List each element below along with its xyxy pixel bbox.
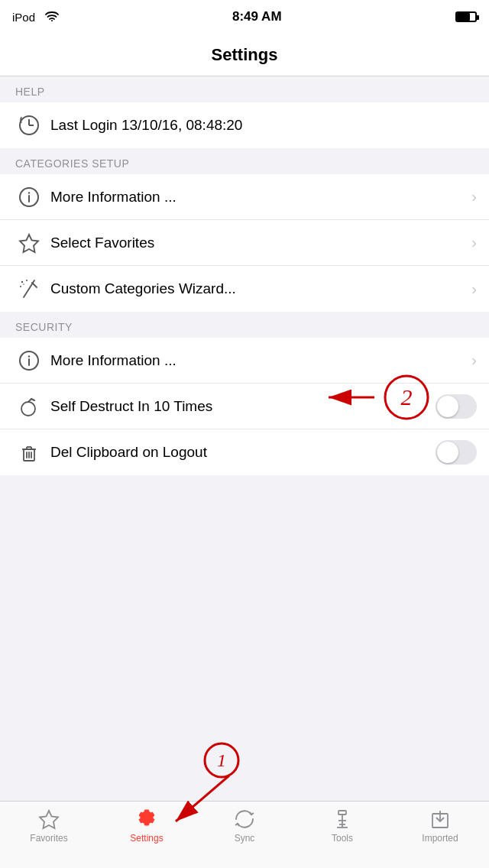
- chevron-icon: ›: [471, 351, 477, 369]
- svg-rect-37: [338, 811, 346, 815]
- svg-point-11: [26, 280, 28, 281]
- custom-categories-label: Custom Categories Wizard...: [46, 280, 465, 297]
- status-time: 8:49 AM: [232, 9, 282, 24]
- sync-tab-label: Sync: [235, 833, 255, 844]
- settings-tab-icon: [135, 808, 158, 831]
- custom-categories-item[interactable]: Custom Categories Wizard... ›: [0, 266, 489, 312]
- star-outline-icon: [12, 226, 46, 260]
- status-bar: iPod 8:49 AM: [0, 0, 489, 34]
- more-info-security-item[interactable]: More Information ... ›: [0, 338, 489, 384]
- self-destruct-label: Self Destruct In 10 Times: [46, 398, 429, 415]
- tab-favorites[interactable]: Favorites: [0, 808, 98, 844]
- del-clipboard-item[interactable]: Del Clipboard on Logout: [0, 429, 489, 475]
- svg-point-10: [21, 281, 23, 283]
- nav-title-bar: Settings: [0, 34, 489, 76]
- svg-marker-7: [20, 235, 38, 252]
- device-label: iPod: [12, 11, 59, 24]
- imported-tab-icon: [429, 808, 452, 831]
- info-circle-icon-2: [12, 344, 46, 377]
- select-favorites-item[interactable]: Select Favorites ›: [0, 220, 489, 266]
- chevron-icon: ›: [471, 234, 477, 251]
- last-login-item[interactable]: Last Login 13/10/16, 08:48:20: [0, 102, 489, 148]
- tab-sync[interactable]: Sync: [196, 808, 293, 844]
- tab-bar: Favorites Settings Sync: [0, 801, 489, 868]
- self-destruct-item[interactable]: Self Destruct In 10 Times: [0, 384, 489, 429]
- tools-tab-icon: [331, 808, 354, 831]
- more-info-categories-label: More Information ...: [46, 189, 465, 206]
- svg-line-9: [32, 283, 37, 287]
- select-favorites-label: Select Favorites: [46, 235, 465, 251]
- svg-point-32: [205, 743, 238, 777]
- svg-point-12: [20, 286, 21, 287]
- clock-icon: [12, 108, 46, 142]
- svg-point-13: [23, 283, 24, 285]
- settings-tab-label: Settings: [130, 833, 163, 844]
- section-header-security: SECURITY: [0, 312, 489, 338]
- info-circle-icon: [12, 180, 46, 214]
- bomb-icon: [12, 390, 46, 423]
- more-info-categories-item[interactable]: More Information ... ›: [0, 174, 489, 220]
- imported-tab-label: Imported: [422, 833, 458, 844]
- more-info-security-label: More Information ...: [46, 352, 465, 369]
- favorites-tab-label: Favorites: [30, 833, 67, 844]
- security-section-list: More Information ... › Self Destruct In …: [0, 338, 489, 475]
- chevron-icon: ›: [471, 280, 477, 298]
- chevron-icon: ›: [471, 188, 477, 206]
- favorites-tab-icon: [37, 808, 60, 831]
- svg-point-0: [51, 20, 53, 21]
- svg-text:1: 1: [217, 750, 226, 770]
- tools-tab-label: Tools: [332, 833, 353, 844]
- page-title: Settings: [212, 45, 278, 65]
- del-clipboard-label: Del Clipboard on Logout: [46, 444, 429, 461]
- help-section-list: Last Login 13/10/16, 08:48:20: [0, 102, 489, 148]
- section-header-categories: CATEGORIES SETUP: [0, 148, 489, 174]
- svg-line-19: [31, 399, 34, 400]
- section-header-help: HELP: [0, 76, 489, 102]
- wand-icon: [12, 272, 46, 306]
- tab-imported[interactable]: Imported: [391, 808, 489, 844]
- battery-container: [455, 11, 477, 22]
- svg-point-17: [21, 402, 35, 416]
- wifi-icon: [45, 11, 59, 24]
- sync-tab-icon: [233, 808, 256, 831]
- svg-marker-36: [40, 811, 58, 828]
- tab-settings[interactable]: Settings: [98, 808, 196, 844]
- del-clipboard-toggle[interactable]: [436, 440, 477, 465]
- categories-section-list: More Information ... › Select Favorites …: [0, 174, 489, 312]
- battery-icon: [455, 11, 477, 22]
- last-login-label: Last Login 13/10/16, 08:48:20: [46, 117, 477, 134]
- svg-point-16: [28, 355, 30, 357]
- tab-tools[interactable]: Tools: [293, 808, 391, 844]
- self-destruct-toggle[interactable]: [436, 394, 477, 419]
- trash-icon: [12, 436, 46, 469]
- svg-point-6: [28, 192, 30, 193]
